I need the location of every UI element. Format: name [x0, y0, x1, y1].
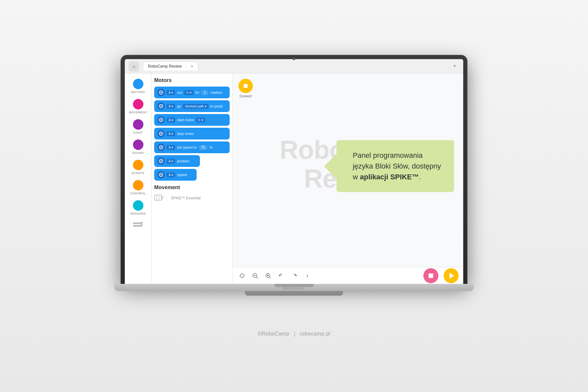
block-speed-text: set speed to	[177, 145, 197, 149]
motor-dropdown-a7[interactable]: A ▾	[167, 172, 175, 177]
connect-button[interactable]: Connect	[238, 79, 253, 98]
direction-dropdown[interactable]: ↻ ▾	[184, 90, 193, 95]
sensors-dot	[133, 200, 143, 211]
sound-dot	[133, 139, 143, 150]
connect-icon	[238, 79, 253, 93]
svg-line-24	[242, 276, 244, 278]
zoom-out-button[interactable]	[250, 271, 260, 281]
sidebar-item-light[interactable]: LIGHT	[125, 117, 151, 137]
gear-icon-stop	[157, 130, 165, 137]
play-icon	[449, 273, 454, 279]
block-to-text: to positi	[210, 104, 223, 108]
block-rotation-text: rotation	[210, 90, 222, 94]
stop-button[interactable]	[423, 268, 438, 283]
sidebar-label-movement: MOVEMENT	[129, 111, 147, 114]
sidebar-extra-icon	[125, 218, 151, 232]
sidebar-label-sound: SOUND	[132, 151, 144, 155]
block-start-motor[interactable]: A ▾ start motor ↻ ▾	[154, 114, 230, 126]
light-dot	[133, 119, 143, 130]
speed-value[interactable]: 75	[199, 145, 207, 150]
motor-dropdown-a2[interactable]: A ▾	[167, 104, 175, 109]
tab-close-button[interactable]: ✕	[190, 64, 193, 69]
sidebar-label-motors: MOTORS	[131, 90, 145, 94]
sidebar-item-events[interactable]: EVENTS	[125, 157, 151, 177]
sidebar-label-sensors: SENSORS	[130, 212, 146, 215]
sidebar-item-movement[interactable]: MOVEMENT	[125, 96, 151, 117]
movement-icon	[154, 194, 163, 202]
block-percent-text: %	[209, 145, 213, 149]
tab-name: RoboCamp Review	[148, 64, 182, 69]
control-dot	[133, 180, 143, 190]
svg-rect-1	[133, 225, 142, 227]
block-start-text: start motor	[177, 118, 194, 122]
laptop: ⌂ RoboCamp Review ⋮ ✕ + MOT	[114, 55, 474, 323]
gear-icon-go	[157, 103, 165, 110]
sidebar-item-control[interactable]: CONTROL	[125, 177, 151, 198]
redo-button[interactable]	[289, 271, 299, 281]
footer-copyright: ©RoboCamp	[258, 331, 289, 336]
gear-icon-speed	[157, 144, 165, 151]
block-run[interactable]: A ▾ run ↻ ▾ for 1 rotation	[154, 87, 230, 98]
block-position[interactable]: A ▾ position	[154, 155, 200, 167]
svg-point-11	[160, 133, 162, 134]
movement-section-title: Movement	[154, 185, 230, 190]
sidebar-label-light: LIGHT	[133, 131, 143, 134]
block-speed[interactable]: A ▾ speed	[154, 169, 197, 181]
undo-button[interactable]	[276, 271, 286, 281]
canvas-toolbar: ‹	[233, 267, 463, 284]
block-set-speed[interactable]: A ▾ set speed to 75 %	[154, 141, 230, 153]
sidebar-item-sound[interactable]: SOUND	[125, 137, 151, 157]
movement-bottom-label: SPIKE™ Essential	[171, 196, 201, 200]
block-stop-motor[interactable]: A ▾ stop motor	[154, 128, 230, 139]
gear-icon-start	[157, 116, 165, 123]
collapse-button[interactable]	[237, 271, 247, 281]
block-position-text: position	[177, 159, 189, 163]
add-tab-button[interactable]: +	[450, 62, 459, 71]
laptop-notch	[274, 284, 314, 287]
svg-line-23	[240, 273, 242, 276]
block-speed2-text: speed	[177, 173, 187, 177]
svg-line-33	[270, 277, 271, 278]
sidebar-item-motors[interactable]: MOTORS	[125, 76, 151, 96]
extra-icon-svg	[132, 220, 144, 230]
block-go[interactable]: A ▾ go shortest path ▾ to positi	[154, 100, 230, 112]
webcam	[293, 57, 295, 60]
callout-text: Panel programowania języka Bloki Słów, d…	[353, 150, 441, 182]
svg-rect-0	[133, 222, 142, 224]
laptop-base: MacBook Air	[114, 284, 474, 291]
block-stop-text: stop motor	[177, 132, 194, 136]
callout-wrapper: Panel programowania języka Bloki Słów, d…	[336, 140, 454, 192]
sidebar-item-sensors[interactable]: SENSORS	[125, 198, 151, 218]
tab-menu-icon[interactable]: ⋮	[184, 65, 188, 68]
motors-dot	[133, 79, 143, 89]
svg-point-15	[160, 160, 162, 162]
motor-dropdown-a[interactable]: A ▾	[167, 90, 175, 95]
svg-rect-22	[244, 84, 248, 88]
svg-point-17	[160, 174, 162, 175]
svg-line-29	[256, 277, 258, 278]
sidebar-label-control: CONTROL	[130, 192, 146, 195]
connect-label: Connect	[239, 94, 252, 98]
rotation-value[interactable]: 1	[201, 90, 208, 95]
motor-dropdown-a3[interactable]: A ▾	[167, 118, 175, 122]
svg-point-5	[160, 92, 162, 93]
home-button[interactable]: ⌂	[129, 61, 139, 72]
motor-dropdown-a5[interactable]: A ▾	[167, 145, 175, 150]
path-dropdown[interactable]: shortest path ▾	[183, 104, 208, 109]
svg-point-13	[160, 147, 162, 148]
footer-url: robocamp.pl	[300, 331, 331, 336]
start-direction-dropdown[interactable]: ↻ ▾	[196, 118, 205, 122]
gear-icon-run	[157, 89, 165, 96]
block-run-text: run	[177, 90, 182, 94]
zoom-in-button[interactable]	[263, 271, 273, 281]
motor-dropdown-a6[interactable]: A ▾	[167, 159, 175, 164]
callout-box: Panel programowania języka Bloki Słów, d…	[336, 140, 454, 192]
block-for-text: for	[195, 90, 200, 94]
svg-point-7	[160, 106, 162, 107]
motors-section-title: Motors	[154, 77, 230, 83]
play-button[interactable]	[444, 268, 459, 283]
app-tab[interactable]: RoboCamp Review ⋮ ✕	[143, 62, 198, 71]
back-button[interactable]: ‹	[302, 271, 312, 281]
movement-bottom: ⋮ SPIKE™ Essential	[154, 193, 230, 203]
motor-dropdown-a4[interactable]: A ▾	[167, 131, 175, 136]
